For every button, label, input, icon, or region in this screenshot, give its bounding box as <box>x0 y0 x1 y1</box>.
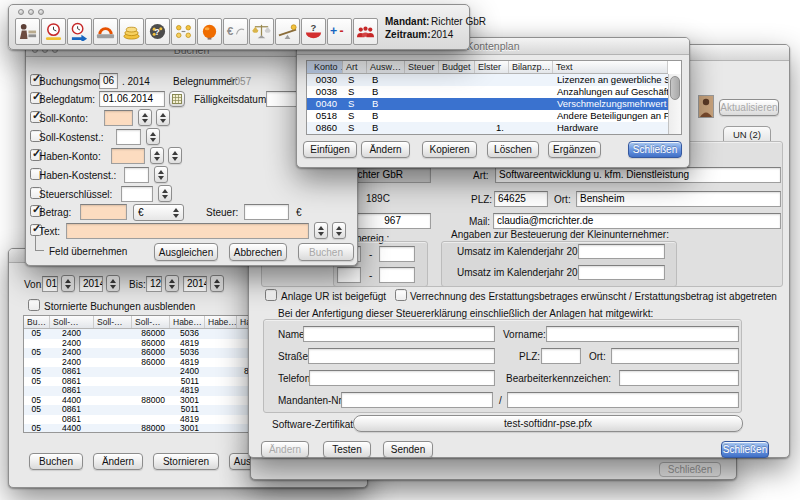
col-buchungsmonat[interactable]: Bu… <box>24 316 50 328</box>
offene-posten-suche-icon[interactable]: ? <box>145 18 170 45</box>
calendar-icon[interactable] <box>169 91 185 107</box>
verrechnung-checkbox[interactable] <box>395 289 407 301</box>
haben-kostenst-stepper[interactable] <box>154 166 168 183</box>
belegdatum-field[interactable]: 01.06.2014 <box>99 91 165 107</box>
strasse-field[interactable] <box>308 348 495 364</box>
plus-minus-icon[interactable]: +- <box>327 18 352 45</box>
table-row[interactable]: 0030 S B Lizenzen an gewerbliche Sc… <box>307 74 668 86</box>
kontenplan-aendern-button[interactable]: Ändern <box>361 141 410 158</box>
elster-schliessen-button[interactable]: Schließen <box>721 441 769 458</box>
col-soll-konto[interactable]: Soll-… <box>50 316 94 328</box>
table-row[interactable]: 0860 S B 1. Hardware <box>307 122 668 134</box>
soll-konto-stepper-2[interactable] <box>156 109 170 126</box>
splitbuchung-icon[interactable] <box>171 18 196 45</box>
table-row[interactable]: 0040 S B Verschmelzungsmehrwert <box>307 98 668 110</box>
col-elster[interactable]: Elster <box>475 61 509 73</box>
gewinn-verlust-icon[interactable] <box>275 18 300 45</box>
table-row[interactable]: 0518 S B Andere Beteiligungen an Per… <box>307 110 668 122</box>
col-steuer[interactable]: Steuer <box>405 61 439 73</box>
haben-konto-stepper-1[interactable] <box>150 147 164 164</box>
zeitraum-von-feld-2[interactable] <box>337 267 361 283</box>
ergaenzen-button[interactable]: Ergänzen <box>548 141 601 158</box>
ort2-field[interactable] <box>611 348 739 364</box>
name-field[interactable] <box>303 326 495 342</box>
abfrage-icon[interactable]: ? <box>301 18 326 45</box>
elster-aendern-button[interactable]: Ändern <box>261 441 309 458</box>
mail-field[interactable]: claudia@mcrichter.de <box>493 213 781 229</box>
telefon-field[interactable] <box>309 370 495 386</box>
col-art[interactable]: Art <box>343 61 367 73</box>
stornierte-checkbox[interactable] <box>28 299 40 311</box>
euro-auswertung-icon[interactable]: € <box>223 18 248 45</box>
datensicherung-icon[interactable] <box>93 18 118 45</box>
col-auswertung[interactable]: Ausw… <box>367 61 405 73</box>
buchen-icon[interactable] <box>15 18 40 45</box>
soll-kostenst-stepper[interactable] <box>146 128 160 145</box>
haben-konto-field[interactable] <box>111 148 145 164</box>
col-haben-kostenstelle[interactable]: Habe… <box>205 316 237 328</box>
ausgleichen-button[interactable]: Ausgleichen <box>154 243 218 261</box>
buchen-button[interactable]: Buchen <box>29 453 83 470</box>
stornieren-button[interactable]: Stornieren <box>153 453 219 470</box>
col-soll-betrag[interactable]: Soll-… <box>132 316 170 328</box>
zoom-button[interactable] <box>38 9 44 15</box>
table-row[interactable]: 0038 S B Anzahlungen auf Geschäfts… <box>307 86 668 98</box>
haben-konto-stepper-2[interactable] <box>168 147 182 164</box>
von-monat-field[interactable]: 01 <box>42 276 58 292</box>
umsatz-2013-field[interactable] <box>578 244 665 259</box>
aendern-button[interactable]: Ändern <box>93 453 143 470</box>
vertical-scrollbar[interactable] <box>668 74 681 134</box>
col-konto[interactable]: Konto <box>307 61 343 73</box>
plz-field[interactable]: 64625 <box>494 191 548 207</box>
scrollbar-thumb[interactable] <box>670 76 680 100</box>
loeschen-button[interactable]: Löschen <box>487 141 539 158</box>
von-jahr-stepper[interactable] <box>106 275 120 292</box>
umsatz-2014-field[interactable] <box>578 265 665 280</box>
col-bilanzposition[interactable]: Bilanzp… <box>509 61 553 73</box>
elster-senden-button[interactable]: Senden <box>383 441 433 458</box>
soll-konto-stepper-1[interactable] <box>138 109 152 126</box>
einfuegen-button[interactable]: Einfügen <box>303 141 357 158</box>
zertifikat-button[interactable]: test-softidnr-pse.pfx <box>353 415 743 432</box>
kontenplan-schliessen-button[interactable]: Schließen <box>628 141 682 158</box>
steuerschluessel-stepper[interactable] <box>158 185 172 202</box>
bis-jahr-field[interactable]: 2014 <box>183 276 207 292</box>
bis-monat-stepper[interactable] <box>165 275 179 292</box>
aktualisieren-button[interactable]: Aktualisieren <box>719 99 779 116</box>
col-budget[interactable]: Budget <box>439 61 475 73</box>
kasse-icon[interactable] <box>119 18 144 45</box>
kopieren-button[interactable]: Kopieren <box>422 141 477 158</box>
art-field[interactable]: Softwareentwicklung u. kfm. Dienstleistu… <box>495 167 781 183</box>
offene-posten-icon[interactable] <box>197 18 222 45</box>
col-soll-kostenstelle[interactable]: Soll-… <box>94 316 132 328</box>
buchen-submit-button[interactable]: Buchen <box>298 243 354 261</box>
bearbeiter-field[interactable] <box>619 370 739 386</box>
tab-un[interactable]: UN (2) <box>723 126 771 142</box>
text-stepper-2[interactable] <box>332 222 346 239</box>
buchungsmonat-field[interactable]: 06 <box>99 73 118 89</box>
text-field[interactable] <box>66 223 309 239</box>
mandanten-nr-field-2[interactable] <box>507 392 739 408</box>
ort-field[interactable]: Bensheim <box>576 191 781 207</box>
text-stepper-1[interactable] <box>314 222 328 239</box>
bis-monat-field[interactable]: 12 <box>146 276 162 292</box>
buchungsmonat-icon[interactable] <box>41 18 66 45</box>
anlage-ur-checkbox[interactable] <box>265 289 277 301</box>
abbrechen-button[interactable]: Abbrechen <box>229 243 287 261</box>
waehrung-dropdown[interactable]: € <box>133 204 184 221</box>
mandanten-nr-field[interactable] <box>341 392 493 408</box>
elster-testen-button[interactable]: Testen <box>323 441 371 458</box>
col-haben-konto[interactable]: Habe… <box>170 316 205 328</box>
steuer-field[interactable] <box>244 204 289 220</box>
zeitraum-bis-feld-2[interactable] <box>379 267 415 283</box>
von-monat-stepper[interactable] <box>61 275 75 292</box>
bis-jahr-stepper[interactable] <box>210 275 224 292</box>
betrag-field[interactable] <box>80 204 127 220</box>
mandanten-icon[interactable] <box>353 18 378 45</box>
soll-konto-field[interactable] <box>104 110 133 126</box>
vorname-field[interactable] <box>546 326 739 342</box>
col-text[interactable]: Text <box>553 61 668 73</box>
plz2-field[interactable] <box>541 348 581 364</box>
zeitraum-bis-feld-1[interactable] <box>379 246 415 262</box>
konten-table-header[interactable]: Konto Art Ausw… Steuer Budget Elster Bil… <box>307 61 668 74</box>
